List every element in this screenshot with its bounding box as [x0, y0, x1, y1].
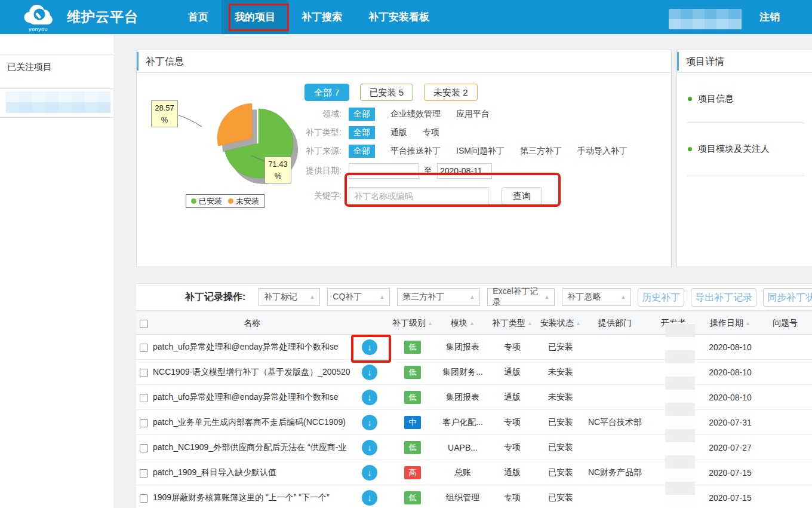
col-header-3[interactable]: 模块▲ [437, 318, 488, 329]
username-redacted[interactable] [669, 9, 742, 29]
project-info-item[interactable]: 项目信息 [688, 93, 734, 105]
toolbar-select-1[interactable]: 补丁标记▲ [259, 288, 320, 306]
filter-option[interactable]: 企业绩效管理 [390, 109, 441, 120]
callout-unit: % [152, 114, 177, 126]
patch-type: 通版 [488, 367, 536, 378]
row-checkbox[interactable] [140, 494, 148, 503]
download-icon[interactable]: ↓ [362, 465, 377, 481]
patch-level: 低 [388, 341, 437, 354]
logout-button[interactable]: 注销 [759, 0, 780, 34]
toolbar-select-2[interactable]: CQ补丁▲ [327, 288, 390, 306]
col-header-label: 名称 [244, 318, 260, 328]
install-status: 已安装 [536, 417, 585, 428]
project-modules-item[interactable]: 项目模块及关注人 [688, 143, 770, 155]
caret-up-icon: ▲ [469, 294, 475, 300]
project-details-panel: 项目详情 项目信息 项目模块及关注人 [676, 50, 812, 267]
filter-option[interactable]: 专项 [423, 127, 439, 138]
toolbar-select-3[interactable]: 第三方补丁▲ [397, 288, 480, 306]
callout-value: 71.43 [265, 158, 291, 170]
select-all-checkbox[interactable] [140, 320, 148, 328]
toolbar-select-5[interactable]: 补丁忽略▲ [562, 288, 631, 306]
col-header-5[interactable]: 安装状态▲ [536, 318, 585, 329]
nav-item-2[interactable]: 我的项目 [222, 0, 288, 34]
patch-level: 低 [388, 491, 437, 504]
patch-module: 集团报表 [437, 392, 488, 403]
patch-module: 客户化配... [437, 417, 488, 428]
tab-3[interactable]: 未安装 2 [424, 84, 478, 101]
patch-level: 高 [388, 466, 437, 479]
developer-column-redacted [665, 323, 695, 508]
download-icon[interactable]: ↓ [362, 365, 377, 380]
filter-option[interactable]: 应用平台 [456, 109, 490, 120]
download-icon[interactable]: ↓ [362, 390, 377, 405]
filter-option[interactable]: ISM问题补丁 [456, 146, 505, 157]
tab-1[interactable]: 全部 7 [304, 84, 349, 101]
col-header-9: 问题号 [758, 318, 812, 329]
operation-date: 2020-07-15 [702, 468, 758, 478]
download-cell: ↓ [351, 490, 388, 506]
filter-option[interactable]: 通版 [390, 127, 407, 138]
col-header-4[interactable]: 补丁类型▲ [488, 318, 536, 329]
row-checkbox[interactable] [140, 344, 148, 352]
row-checkbox[interactable] [140, 419, 148, 427]
filter-option-all[interactable]: 全部 [349, 126, 375, 139]
orange-dot-icon [228, 198, 233, 204]
nav-item-4[interactable]: 补丁安装看板 [355, 0, 442, 34]
filter-option-all[interactable]: 全部 [349, 145, 375, 158]
nav-item-3[interactable]: 补丁搜索 [288, 0, 355, 34]
legend-label: 已安装 [199, 196, 222, 207]
filter-option[interactable]: 第三方补丁 [520, 146, 562, 157]
row-checkbox[interactable] [140, 469, 148, 478]
col-header-2[interactable]: 补丁级别▲ [388, 318, 437, 329]
col-header-label: 问题号 [773, 318, 798, 328]
download-icon[interactable]: ↓ [362, 339, 377, 355]
level-badge: 低 [404, 341, 421, 354]
row-checkbox[interactable] [140, 394, 148, 402]
col-header-label: 安装状态 [540, 318, 574, 328]
header-checkbox-cell [136, 318, 152, 328]
filter-option-all[interactable]: 全部 [349, 108, 375, 121]
keyword-input[interactable] [349, 187, 488, 205]
patch-level: 低 [388, 366, 437, 379]
filter-option[interactable]: 手动导入补丁 [577, 146, 628, 157]
patch-module: 组织管理 [437, 492, 488, 503]
filter-row-1: 领域:全部企业绩效管理应用平台 [297, 108, 656, 121]
patch-table: 名称补丁级别▲模块▲补丁类型▲安装状态▲提供部门开发者操作日期▲问题号 patc… [136, 312, 812, 508]
row-checkbox[interactable] [140, 444, 148, 452]
patch-module: 集团报表 [437, 342, 488, 353]
select-value: CQ补丁 [333, 292, 362, 302]
nav-item-1[interactable]: 首页 [175, 0, 222, 34]
sort-asc-icon: ▲ [427, 320, 433, 326]
download-cell: ↓ [351, 365, 388, 380]
table-row-7: 1909屏蔽财务核算账簿这里的 “上一个” “下一个”↓低组织管理专项已安装20… [136, 485, 812, 508]
filter-option[interactable]: 平台推送补丁 [390, 146, 441, 157]
sort-asc-icon: ▲ [469, 320, 475, 326]
level-badge: 低 [404, 391, 421, 404]
row-checkbox-cell [136, 492, 152, 502]
patch-level: 低 [388, 391, 437, 404]
toolbar-button-3[interactable]: 同步补丁状态 [763, 288, 812, 307]
toolbar-select-4[interactable]: Excel补丁记录▲ [487, 288, 555, 306]
select-value: 补丁忽略 [567, 292, 601, 302]
tab-2[interactable]: 已安装 5 [360, 84, 414, 101]
col-header-label: 操作日期 [710, 318, 743, 328]
date-end-input[interactable] [437, 163, 492, 179]
project-item-redacted[interactable] [6, 91, 110, 113]
toolbar-button-2[interactable]: 导出补丁记录 [691, 288, 756, 307]
row-checkbox[interactable] [140, 369, 148, 377]
patch-type: 专项 [488, 442, 536, 453]
date-start-input[interactable] [349, 163, 419, 179]
patch-type: 专项 [488, 417, 536, 428]
download-icon[interactable]: ↓ [362, 440, 377, 455]
col-header-8[interactable]: 操作日期▲ [702, 318, 758, 329]
download-icon[interactable]: ↓ [362, 490, 377, 506]
select-value: Excel补丁记录 [493, 286, 539, 308]
install-status: 已安装 [536, 342, 585, 353]
level-badge: 低 [404, 441, 421, 454]
col-header-label: 补丁级别 [392, 318, 426, 328]
table-row-5: patch_NC1909_外部供应商分配后无法在 “供应商-业↓低UAPB...… [136, 435, 812, 460]
toolbar-button-1[interactable]: 历史补丁 [638, 288, 684, 307]
download-icon[interactable]: ↓ [362, 415, 377, 430]
query-button[interactable]: 查询 [502, 187, 542, 205]
col-header-1: 名称 [152, 318, 351, 329]
